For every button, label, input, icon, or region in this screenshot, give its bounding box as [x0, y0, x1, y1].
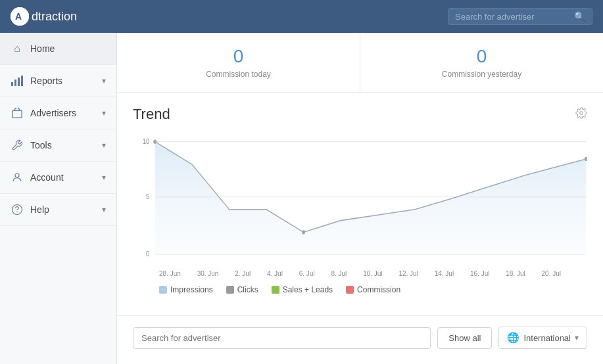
layout: ⌂ Home Reports ▾: [0, 33, 603, 364]
stat-commission-yesterday: 0 Commission yesterday: [360, 33, 603, 92]
chart-header: Trend: [133, 106, 587, 123]
sidebar-item-help[interactable]: Help ▾: [0, 194, 116, 226]
header-search-input[interactable]: [455, 12, 570, 22]
header-search-box[interactable]: 🔍: [448, 8, 592, 25]
svg-point-19: [302, 230, 305, 234]
legend-color-sales-leads: [272, 286, 279, 294]
dropdown-arrow-icon: ▾: [575, 333, 579, 342]
legend-color-impressions: [159, 286, 167, 294]
x-label: 14. Jul: [435, 270, 454, 277]
chevron-down-icon: ▾: [102, 76, 106, 85]
commission-yesterday-label: Commission yesterday: [442, 70, 521, 79]
international-dropdown[interactable]: 🌐 International ▾: [498, 327, 587, 349]
x-label: 4. Jul: [267, 270, 283, 277]
account-icon: [11, 171, 24, 184]
chevron-down-icon: ▾: [102, 205, 106, 214]
svg-rect-2: [11, 82, 13, 86]
advertisers-icon: [11, 106, 24, 120]
svg-point-7: [15, 173, 19, 177]
svg-point-18: [153, 139, 157, 143]
chart-legend: Impressions Clicks Sales + Leads Commiss…: [133, 285, 587, 294]
svg-text:A: A: [15, 11, 22, 22]
x-axis-labels: 28. Jun 30. Jun 2. Jul 4. Jul 6. Jul 8. …: [133, 270, 587, 277]
sidebar-item-advertisers[interactable]: Advertisers ▾: [0, 97, 116, 129]
trend-chart: 10 5 0: [133, 133, 587, 265]
gear-icon[interactable]: [575, 107, 587, 122]
legend-label-impressions: Impressions: [170, 285, 213, 294]
legend-impressions: Impressions: [159, 285, 213, 294]
stats-row: 0 Commission today 0 Commission yesterda…: [117, 33, 603, 93]
international-label: International: [523, 333, 571, 343]
chart-title: Trend: [133, 106, 170, 123]
chart-svg: 10 5 0: [133, 133, 587, 265]
logo-text: dtraction: [32, 10, 77, 24]
svg-point-10: [580, 111, 583, 114]
legend-label-sales-leads: Sales + Leads: [283, 285, 333, 294]
sidebar-item-label: Advertisers: [30, 108, 76, 118]
svg-rect-4: [18, 78, 20, 86]
help-icon: [11, 203, 24, 216]
sidebar: ⌂ Home Reports ▾: [0, 33, 117, 364]
x-label: 28. Jun: [159, 270, 181, 277]
header: A dtraction 🔍: [0, 0, 603, 33]
main-content: 0 Commission today 0 Commission yesterda…: [117, 33, 603, 364]
legend-sales-leads: Sales + Leads: [272, 285, 333, 294]
x-label: 6. Jul: [299, 270, 315, 277]
commission-today-label: Commission today: [206, 70, 271, 79]
x-label: 8. Jul: [331, 270, 347, 277]
commission-today-value: 0: [233, 46, 244, 67]
svg-text:0: 0: [146, 250, 149, 258]
bottom-toolbar: Show all 🌐 International ▾: [117, 315, 603, 359]
x-label: 12. Jul: [398, 270, 418, 277]
svg-point-9: [16, 212, 18, 213]
search-icon: 🔍: [574, 11, 585, 22]
x-label: 30. Jun: [197, 270, 219, 277]
x-label: 20. Jul: [542, 270, 561, 277]
chart-section: Trend 10 5 0: [117, 93, 603, 315]
sidebar-item-home[interactable]: ⌂ Home: [0, 33, 116, 65]
logo-icon: A: [11, 7, 29, 26]
chevron-down-icon: ▾: [102, 108, 106, 118]
stat-commission-today: 0 Commission today: [117, 33, 360, 92]
sidebar-item-tools[interactable]: Tools ▾: [0, 129, 116, 162]
sidebar-item-label: Tools: [30, 140, 52, 150]
x-label: 16. Jul: [470, 270, 489, 277]
chevron-down-icon: ▾: [102, 173, 106, 182]
sidebar-item-label: Help: [30, 204, 49, 215]
legend-commission: Commission: [346, 285, 400, 294]
sidebar-item-label: Home: [30, 43, 55, 54]
sidebar-item-account[interactable]: Account ▾: [0, 162, 116, 194]
svg-rect-6: [12, 110, 22, 118]
show-all-button[interactable]: Show all: [437, 327, 492, 349]
advertiser-search-input[interactable]: [133, 327, 431, 349]
legend-label-commission: Commission: [357, 285, 400, 294]
svg-text:5: 5: [146, 193, 149, 200]
chevron-down-icon: ▾: [102, 141, 106, 150]
sidebar-item-label: Account: [30, 172, 64, 183]
legend-color-commission: [346, 286, 354, 294]
x-label: 18. Jul: [506, 270, 525, 277]
sidebar-item-label: Reports: [30, 76, 62, 86]
sidebar-item-reports[interactable]: Reports ▾: [0, 65, 116, 97]
reports-icon: [11, 74, 24, 87]
tools-icon: [11, 139, 24, 152]
svg-rect-3: [14, 80, 16, 86]
svg-rect-5: [21, 76, 23, 86]
svg-text:10: 10: [143, 137, 149, 145]
x-label: 2. Jul: [235, 270, 251, 277]
legend-label-clicks: Clicks: [237, 285, 258, 294]
legend-color-clicks: [226, 286, 234, 294]
globe-icon: 🌐: [507, 332, 519, 344]
home-icon: ⌂: [11, 42, 24, 55]
logo: A dtraction: [11, 7, 77, 26]
commission-yesterday-value: 0: [477, 46, 487, 67]
legend-clicks: Clicks: [226, 285, 258, 294]
x-label: 10. Jul: [363, 270, 382, 277]
